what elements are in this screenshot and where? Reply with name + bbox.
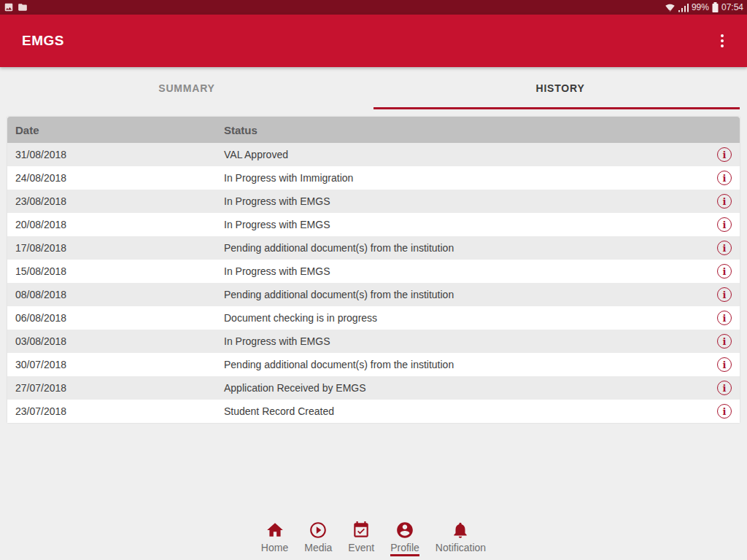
nav-label: Media <box>304 542 332 553</box>
table-row: 30/07/2018 Pending additional document(s… <box>7 353 740 376</box>
clock: 07:54 <box>721 3 743 12</box>
calendar-check-icon <box>352 521 371 540</box>
row-date: 31/08/2018 <box>7 149 224 160</box>
signal-icon <box>678 3 689 12</box>
row-status: Document checking is in progress <box>224 312 717 324</box>
nav-item-notification[interactable]: Notification <box>436 521 486 553</box>
nav-item-media[interactable]: Media <box>304 521 332 553</box>
table-row: 17/08/2018 Pending additional document(s… <box>7 236 740 260</box>
row-date: 27/07/2018 <box>7 382 224 394</box>
table-header: Date Status <box>7 117 740 143</box>
row-date: 30/07/2018 <box>7 359 224 370</box>
info-icon[interactable]: i <box>717 241 732 255</box>
nav-item-home[interactable]: Home <box>261 521 288 553</box>
table-row: 24/08/2018 In Progress with Immigration … <box>7 166 740 190</box>
table-row: 03/08/2018 In Progress with EMGS i <box>7 330 740 353</box>
table-row: 15/08/2018 In Progress with EMGS i <box>7 260 740 283</box>
nav-label: Profile <box>390 542 419 556</box>
tab-bar: SUMMARY HISTORY <box>0 67 747 109</box>
person-circle-icon <box>395 521 414 540</box>
nav-label: Notification <box>436 542 486 553</box>
row-date: 06/08/2018 <box>7 312 224 324</box>
overflow-menu-icon[interactable] <box>715 28 729 53</box>
column-header-date: Date <box>7 124 224 136</box>
row-status: Student Record Created <box>224 405 717 417</box>
nav-item-event[interactable]: Event <box>348 521 374 553</box>
row-date: 15/08/2018 <box>7 265 224 277</box>
table-row: 23/08/2018 In Progress with EMGS i <box>7 190 740 213</box>
home-icon <box>266 521 285 540</box>
row-status: In Progress with EMGS <box>224 265 717 277</box>
bell-icon <box>451 521 470 540</box>
history-table: Date Status 31/08/2018 VAL Approved i 24… <box>7 117 740 423</box>
info-icon[interactable]: i <box>717 357 732 372</box>
row-date: 23/07/2018 <box>7 405 224 417</box>
info-icon[interactable]: i <box>717 311 732 325</box>
image-icon <box>4 2 14 12</box>
row-status: In Progress with EMGS <box>224 219 717 230</box>
table-row: 20/08/2018 In Progress with EMGS i <box>7 213 740 236</box>
info-icon[interactable]: i <box>717 147 732 162</box>
row-date: 08/08/2018 <box>7 289 224 300</box>
tab-history[interactable]: HISTORY <box>374 67 747 109</box>
info-icon[interactable]: i <box>717 334 732 349</box>
row-date: 03/08/2018 <box>7 335 224 347</box>
nav-item-profile[interactable]: Profile <box>390 521 419 556</box>
table-row: 31/08/2018 VAL Approved i <box>7 143 740 166</box>
nav-label: Event <box>348 542 374 553</box>
row-status: Application Received by EMGS <box>224 382 717 394</box>
info-icon[interactable]: i <box>717 217 732 232</box>
row-status: In Progress with EMGS <box>224 335 717 347</box>
table-row: 08/08/2018 Pending additional document(s… <box>7 283 740 306</box>
row-status: Pending additional document(s) from the … <box>224 359 717 370</box>
row-status: Pending additional document(s) from the … <box>224 289 717 300</box>
nav-label: Home <box>261 542 288 553</box>
folder-icon <box>18 2 28 12</box>
battery-icon <box>712 2 719 12</box>
bottom-nav: Home Media Event Profile Notification <box>0 513 747 560</box>
app-bar: EMGS <box>0 15 747 67</box>
info-icon[interactable]: i <box>717 194 732 209</box>
row-status: VAL Approved <box>224 149 717 160</box>
wifi-icon <box>665 3 676 12</box>
info-icon[interactable]: i <box>717 264 732 279</box>
play-circle-icon <box>309 521 328 540</box>
column-header-status: Status <box>224 124 740 136</box>
tab-summary[interactable]: SUMMARY <box>0 67 374 109</box>
row-date: 20/08/2018 <box>7 219 224 230</box>
row-status: Pending additional document(s) from the … <box>224 242 717 254</box>
table-row: 23/07/2018 Student Record Created i <box>7 400 740 423</box>
info-icon[interactable]: i <box>717 381 732 395</box>
info-icon[interactable]: i <box>717 404 732 419</box>
app-title: EMGS <box>22 33 64 49</box>
status-bar: 99% 07:54 <box>0 0 747 15</box>
row-date: 24/08/2018 <box>7 172 224 184</box>
battery-percent: 99% <box>692 3 709 12</box>
row-date: 23/08/2018 <box>7 195 224 207</box>
info-icon[interactable]: i <box>717 171 732 185</box>
row-status: In Progress with EMGS <box>224 195 717 207</box>
info-icon[interactable]: i <box>717 287 732 302</box>
row-status: In Progress with Immigration <box>224 172 717 184</box>
table-row: 06/08/2018 Document checking is in progr… <box>7 306 740 330</box>
table-row: 27/07/2018 Application Received by EMGS … <box>7 376 740 400</box>
row-date: 17/08/2018 <box>7 242 224 254</box>
